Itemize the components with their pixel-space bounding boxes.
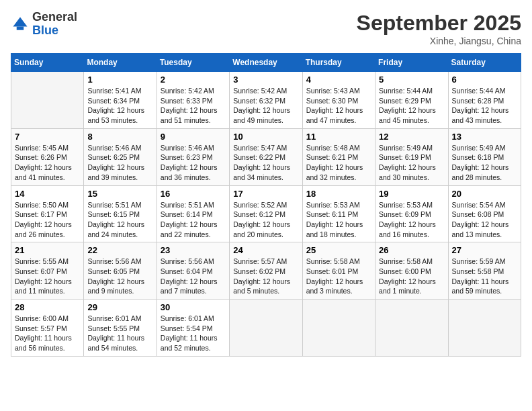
day-number: 20 [452, 189, 517, 199]
day-number: 14 [15, 189, 80, 199]
calendar-cell: 6Sunrise: 5:44 AM Sunset: 6:28 PM Daylig… [448, 72, 521, 129]
week-row-5: 28Sunrise: 6:00 AM Sunset: 5:57 PM Dayli… [11, 300, 521, 357]
calendar-cell: 13Sunrise: 5:49 AM Sunset: 6:18 PM Dayli… [448, 128, 521, 185]
day-info: Sunrise: 5:58 AM Sunset: 6:00 PM Dayligh… [379, 257, 444, 296]
day-number: 9 [161, 132, 226, 142]
header-day-friday: Friday [375, 54, 448, 72]
calendar-cell: 7Sunrise: 5:45 AM Sunset: 6:26 PM Daylig… [11, 128, 84, 185]
day-info: Sunrise: 5:53 AM Sunset: 6:09 PM Dayligh… [379, 200, 444, 240]
title-block: September 2025 Xinhe, Jiangsu, China [357, 11, 521, 46]
day-number: 4 [306, 75, 371, 85]
calendar-cell: 27Sunrise: 5:59 AM Sunset: 5:58 PM Dayli… [448, 242, 521, 300]
calendar-body: 1Sunrise: 5:41 AM Sunset: 6:34 PM Daylig… [11, 72, 521, 357]
calendar-cell: 20Sunrise: 5:54 AM Sunset: 6:08 PM Dayli… [448, 185, 521, 242]
day-number: 18 [306, 189, 371, 199]
header-day-thursday: Thursday [302, 54, 375, 72]
calendar-cell: 14Sunrise: 5:50 AM Sunset: 6:17 PM Dayli… [11, 185, 84, 242]
calendar-cell: 30Sunrise: 6:01 AM Sunset: 5:54 PM Dayli… [157, 300, 229, 357]
day-info: Sunrise: 5:49 AM Sunset: 6:18 PM Dayligh… [452, 143, 517, 183]
calendar-cell: 3Sunrise: 5:42 AM Sunset: 6:32 PM Daylig… [230, 72, 302, 129]
week-row-4: 21Sunrise: 5:55 AM Sunset: 6:07 PM Dayli… [11, 242, 521, 300]
day-info: Sunrise: 5:43 AM Sunset: 6:30 PM Dayligh… [306, 86, 371, 126]
day-number: 22 [87, 245, 152, 255]
day-info: Sunrise: 5:44 AM Sunset: 6:29 PM Dayligh… [379, 86, 444, 126]
day-info: Sunrise: 6:01 AM Sunset: 5:54 PM Dayligh… [161, 314, 226, 353]
day-info: Sunrise: 5:45 AM Sunset: 6:26 PM Dayligh… [15, 143, 80, 183]
day-info: Sunrise: 5:41 AM Sunset: 6:34 PM Dayligh… [87, 86, 152, 126]
header-day-monday: Monday [84, 54, 157, 72]
week-row-2: 7Sunrise: 5:45 AM Sunset: 6:26 PM Daylig… [11, 128, 521, 185]
day-info: Sunrise: 5:58 AM Sunset: 6:01 PM Dayligh… [306, 257, 371, 296]
day-number: 12 [379, 132, 444, 142]
day-info: Sunrise: 5:56 AM Sunset: 6:05 PM Dayligh… [87, 257, 152, 296]
day-info: Sunrise: 5:53 AM Sunset: 6:11 PM Dayligh… [306, 200, 371, 240]
day-number: 27 [452, 245, 517, 255]
calendar-cell: 5Sunrise: 5:44 AM Sunset: 6:29 PM Daylig… [375, 72, 448, 129]
week-row-1: 1Sunrise: 5:41 AM Sunset: 6:34 PM Daylig… [11, 72, 521, 129]
calendar-cell: 16Sunrise: 5:51 AM Sunset: 6:14 PM Dayli… [157, 185, 229, 242]
svg-rect-2 [17, 26, 24, 30]
day-info: Sunrise: 5:54 AM Sunset: 6:08 PM Dayligh… [452, 200, 517, 240]
calendar-cell [302, 300, 375, 357]
calendar-table: SundayMondayTuesdayWednesdayThursdayFrid… [11, 53, 521, 357]
header-day-tuesday: Tuesday [157, 54, 229, 72]
calendar-cell: 1Sunrise: 5:41 AM Sunset: 6:34 PM Daylig… [84, 72, 157, 129]
logo-icon [11, 15, 30, 34]
day-number: 10 [233, 132, 298, 142]
day-number: 29 [87, 302, 152, 312]
day-info: Sunrise: 5:55 AM Sunset: 6:07 PM Dayligh… [15, 257, 80, 296]
day-number: 5 [379, 75, 444, 85]
calendar-cell [448, 300, 521, 357]
header-day-saturday: Saturday [448, 54, 521, 72]
calendar-cell: 29Sunrise: 6:01 AM Sunset: 5:55 PM Dayli… [84, 300, 157, 357]
calendar-cell: 10Sunrise: 5:47 AM Sunset: 6:22 PM Dayli… [230, 128, 302, 185]
day-number: 3 [233, 75, 298, 85]
day-number: 1 [87, 75, 152, 85]
day-info: Sunrise: 5:57 AM Sunset: 6:02 PM Dayligh… [233, 257, 298, 296]
day-number: 19 [379, 189, 444, 199]
day-number: 6 [452, 75, 517, 85]
day-number: 2 [161, 75, 226, 85]
calendar-cell: 12Sunrise: 5:49 AM Sunset: 6:19 PM Dayli… [375, 128, 448, 185]
day-info: Sunrise: 5:51 AM Sunset: 6:15 PM Dayligh… [87, 200, 152, 240]
calendar-cell: 26Sunrise: 5:58 AM Sunset: 6:00 PM Dayli… [375, 242, 448, 300]
day-number: 11 [306, 132, 371, 142]
calendar-cell: 21Sunrise: 5:55 AM Sunset: 6:07 PM Dayli… [11, 242, 84, 300]
location: Xinhe, Jiangsu, China [357, 36, 521, 46]
calendar-cell: 9Sunrise: 5:46 AM Sunset: 6:23 PM Daylig… [157, 128, 229, 185]
month-title: September 2025 [357, 11, 521, 36]
day-number: 26 [379, 245, 444, 255]
header-row: SundayMondayTuesdayWednesdayThursdayFrid… [11, 54, 521, 72]
day-info: Sunrise: 5:42 AM Sunset: 6:33 PM Dayligh… [161, 86, 226, 126]
day-info: Sunrise: 5:50 AM Sunset: 6:17 PM Dayligh… [15, 200, 80, 240]
calendar-cell: 2Sunrise: 5:42 AM Sunset: 6:33 PM Daylig… [157, 72, 229, 129]
calendar-cell: 8Sunrise: 5:46 AM Sunset: 6:25 PM Daylig… [84, 128, 157, 185]
day-info: Sunrise: 5:52 AM Sunset: 6:12 PM Dayligh… [233, 200, 298, 240]
calendar-cell [230, 300, 302, 357]
calendar-cell [375, 300, 448, 357]
calendar-cell: 19Sunrise: 5:53 AM Sunset: 6:09 PM Dayli… [375, 185, 448, 242]
calendar-cell: 22Sunrise: 5:56 AM Sunset: 6:05 PM Dayli… [84, 242, 157, 300]
calendar-cell: 24Sunrise: 5:57 AM Sunset: 6:02 PM Dayli… [230, 242, 302, 300]
day-info: Sunrise: 5:51 AM Sunset: 6:14 PM Dayligh… [161, 200, 226, 240]
day-number: 13 [452, 132, 517, 142]
day-number: 7 [15, 132, 80, 142]
day-info: Sunrise: 5:56 AM Sunset: 6:04 PM Dayligh… [161, 257, 226, 296]
page-header: General Blue September 2025 Xinhe, Jiang… [11, 11, 521, 46]
day-number: 15 [87, 189, 152, 199]
day-info: Sunrise: 6:01 AM Sunset: 5:55 PM Dayligh… [87, 314, 152, 353]
day-number: 16 [161, 189, 226, 199]
calendar-cell: 25Sunrise: 5:58 AM Sunset: 6:01 PM Dayli… [302, 242, 375, 300]
day-number: 8 [87, 132, 152, 142]
logo-text: General Blue [32, 11, 77, 38]
day-info: Sunrise: 5:48 AM Sunset: 6:21 PM Dayligh… [306, 143, 371, 183]
calendar-cell: 15Sunrise: 5:51 AM Sunset: 6:15 PM Dayli… [84, 185, 157, 242]
day-info: Sunrise: 5:42 AM Sunset: 6:32 PM Dayligh… [233, 86, 298, 126]
week-row-3: 14Sunrise: 5:50 AM Sunset: 6:17 PM Dayli… [11, 185, 521, 242]
calendar-cell: 23Sunrise: 5:56 AM Sunset: 6:04 PM Dayli… [157, 242, 229, 300]
header-day-sunday: Sunday [11, 54, 84, 72]
header-day-wednesday: Wednesday [230, 54, 302, 72]
calendar-cell [11, 72, 84, 129]
day-number: 25 [306, 245, 371, 255]
day-number: 28 [15, 302, 80, 312]
